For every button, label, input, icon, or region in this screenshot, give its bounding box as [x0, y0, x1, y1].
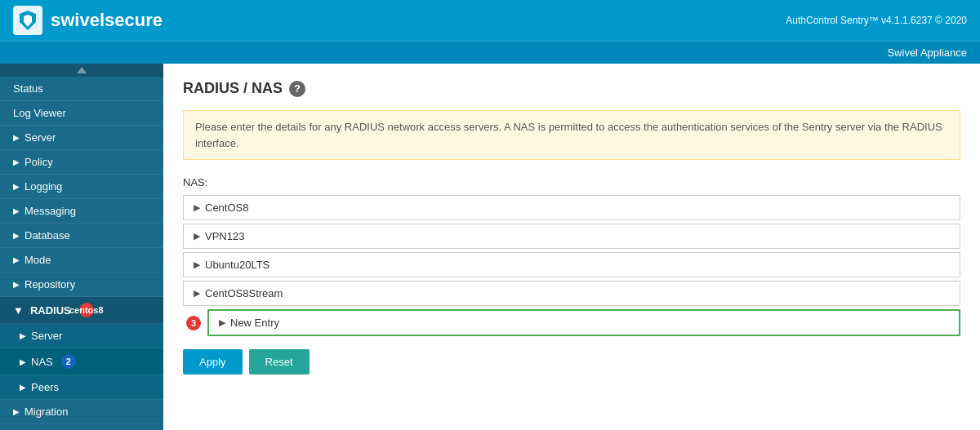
nas-entry-label: Ubuntu20LTS — [205, 259, 270, 271]
arrow-icon: ▶ — [13, 255, 20, 264]
sidebar-item-mode[interactable]: ▶ Mode — [0, 248, 163, 273]
nas-entry-label: VPN123 — [205, 230, 244, 242]
sidebar-item-logging[interactable]: ▶ Logging — [0, 175, 163, 199]
sidebar-item-radius-nas[interactable]: ▶ NAS 2 — [0, 348, 163, 375]
arrow-icon: ▶ — [20, 357, 26, 366]
sidebar-item-migration[interactable]: ▶ Migration — [0, 400, 163, 424]
header-bottom: Swivel Appliance — [0, 41, 980, 64]
nas-entry-label: New Entry — [230, 317, 279, 329]
sidebar-item-radius-server[interactable]: ▶ Server — [0, 324, 163, 348]
entry-arrow-icon: ▶ — [194, 231, 200, 242]
version-text: AuthControl Sentry™ v4.1.1.6237 © 2020 — [786, 15, 967, 26]
entry-arrow-icon: ▶ — [194, 288, 200, 299]
arrow-icon: ▶ — [13, 206, 20, 215]
reset-button[interactable]: Reset — [249, 349, 310, 375]
arrow-icon: ▶ — [20, 331, 26, 340]
sidebar-item-messaging[interactable]: ▶ Messaging — [0, 199, 163, 224]
page-title-area: RADIUS / NAS ? — [183, 80, 960, 97]
sidebar-item-label: Policy — [24, 156, 53, 168]
appliance-text: Swivel Appliance — [887, 47, 967, 59]
nas-badge: 2 — [61, 354, 76, 369]
entry-arrow-icon: ▶ — [194, 202, 200, 213]
sidebar-item-radius[interactable]: ▼ RADIUS centos8 — [0, 297, 163, 324]
arrow-icon: ▶ — [13, 182, 20, 191]
nas-entry-vpn123[interactable]: ▶ VPN123 — [183, 224, 960, 249]
logo-text: swivelsecure — [51, 10, 163, 31]
sidebar-item-appliance[interactable]: ▶ Appliance — [0, 424, 163, 430]
logo-icon — [13, 6, 42, 35]
nas-entry-label: CentOS8 — [205, 202, 248, 214]
sidebar-item-label: Server — [24, 131, 56, 144]
apply-button[interactable]: Apply — [183, 349, 243, 375]
sidebar-item-label: Messaging — [24, 205, 76, 217]
main-content: RADIUS / NAS ? Please enter the details … — [163, 64, 980, 430]
arrow-icon: ▶ — [13, 280, 20, 289]
sidebar-item-label: Server — [31, 330, 62, 342]
nas-entry-centos8[interactable]: ▶ CentOS8 — [183, 195, 960, 220]
nas-section: NAS: ▶ CentOS8 ▶ VPN123 ▶ Ubuntu20LTS ▶ … — [183, 176, 960, 336]
button-row: Apply Reset — [183, 349, 960, 375]
radius-bullet: ▼ — [13, 304, 24, 317]
main-layout: Status Log Viewer ▶ Server ▶ Policy ▶ Lo… — [0, 64, 980, 430]
sidebar-item-status[interactable]: Status — [0, 77, 163, 101]
entry-arrow-icon: ▶ — [194, 259, 200, 270]
sidebar-item-label: NAS — [31, 356, 53, 368]
sidebar-item-label: Database — [24, 229, 70, 242]
sidebar-item-label: RADIUS — [30, 304, 71, 317]
arrow-icon: ▶ — [13, 407, 20, 416]
sidebar-item-policy[interactable]: ▶ Policy — [0, 150, 163, 175]
arrow-icon: ▶ — [20, 383, 26, 392]
sidebar-item-label: Log Viewer — [13, 107, 66, 119]
sidebar-item-repository[interactable]: ▶ Repository — [0, 273, 163, 297]
sidebar-item-radius-peers[interactable]: ▶ Peers — [0, 375, 163, 400]
sidebar: Status Log Viewer ▶ Server ▶ Policy ▶ Lo… — [0, 64, 163, 430]
arrow-icon: ▶ — [13, 157, 20, 166]
sidebar-item-log-viewer[interactable]: Log Viewer — [0, 101, 163, 126]
new-entry-badge: 3 — [186, 316, 201, 330]
nas-entry-new-entry[interactable]: ▶ New Entry — [207, 309, 960, 336]
entry-arrow-icon: ▶ — [219, 317, 225, 328]
nas-label: NAS: — [183, 176, 960, 188]
sidebar-item-label: Status — [13, 82, 43, 95]
info-box: Please enter the details for any RADIUS … — [183, 110, 960, 160]
nas-entry-ubuntu20lts[interactable]: ▶ Ubuntu20LTS — [183, 252, 960, 277]
arrow-icon: ▶ — [13, 133, 20, 142]
page-title: RADIUS / NAS — [183, 80, 283, 97]
help-icon[interactable]: ? — [289, 81, 305, 97]
radius-badge: centos8 — [79, 303, 94, 317]
sidebar-item-database[interactable]: ▶ Database — [0, 224, 163, 248]
header-top: swivelsecure AuthControl Sentry™ v4.1.1.… — [0, 0, 980, 41]
sidebar-item-label: Logging — [24, 180, 62, 193]
nas-entry-label: CentOS8Stream — [205, 287, 283, 299]
logo-area: swivelsecure — [13, 6, 163, 35]
nas-entry-centos8stream[interactable]: ▶ CentOS8Stream — [183, 281, 960, 306]
sidebar-item-label: Migration — [24, 406, 68, 418]
sidebar-item-label: Repository — [24, 278, 75, 290]
sidebar-item-label: Mode — [24, 254, 51, 266]
sidebar-item-server[interactable]: ▶ Server — [0, 126, 163, 150]
scroll-indicator-top — [0, 64, 163, 77]
sidebar-item-label: Peers — [31, 381, 59, 393]
arrow-icon: ▶ — [13, 231, 20, 240]
